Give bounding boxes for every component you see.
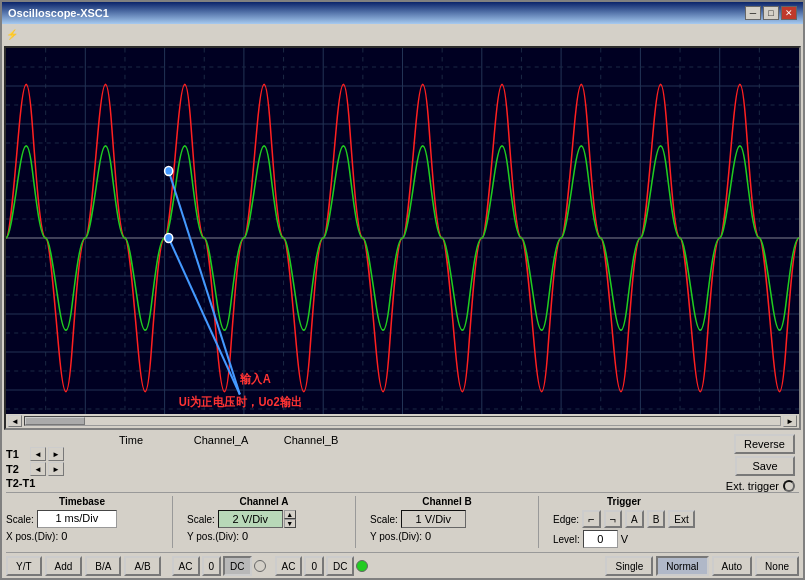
chb-ypos-value: 0 [425, 530, 431, 542]
oscilloscope-window: Oscilloscope-XSC1 ─ □ ✕ ⚡ [0, 0, 805, 580]
cha-ypos-label: Y pos.(Div): [187, 531, 239, 542]
t2t1-label: T2-T1 [6, 477, 86, 489]
cha-coupling-indicator [254, 560, 266, 572]
cha-dc-btn[interactable]: DC [223, 556, 251, 576]
toolbar-icon: ⚡ [6, 29, 18, 40]
channel-b-section: Channel B Scale: 1 V/Div Y pos.(Div): 0 [362, 496, 532, 542]
xpos-value: 0 [61, 530, 67, 542]
scrollbar-track [24, 416, 781, 426]
chb-ac-btn[interactable]: AC [275, 556, 303, 576]
ba-button[interactable]: B/A [85, 556, 121, 576]
bottom-controls-bar: Y/T Add B/A A/B AC 0 DC AC 0 DC Single N… [6, 552, 799, 576]
cha-ypos-value: 0 [242, 530, 248, 542]
yt-button[interactable]: Y/T [6, 556, 42, 576]
level-input[interactable] [583, 530, 618, 548]
timebase-scale-row: Scale: 1 ms/Div [6, 510, 158, 528]
channel-a-label: Channel A [187, 496, 341, 507]
timebase-scale-value[interactable]: 1 ms/Div [37, 510, 117, 528]
right-buttons-panel: Reverse Save Ext. trigger [726, 434, 795, 492]
cha-ypos-row: Y pos.(Div): 0 [187, 530, 341, 542]
maximize-button[interactable]: □ [763, 6, 779, 20]
t1-row: T1 ◄ ► [6, 447, 799, 461]
trigger-b-btn[interactable]: B [647, 510, 666, 528]
cha-scale-row: Scale: 2 V/Div ▲ ▼ [187, 510, 341, 528]
t1-left-btn[interactable]: ◄ [30, 447, 46, 461]
window-title: Oscilloscope-XSC1 [8, 7, 109, 19]
t1-label: T1 [6, 448, 28, 460]
hscrollbar: ◄ ► [6, 414, 799, 428]
svg-text:Ui为正电压时，Uo2输出: Ui为正电压时，Uo2输出 [179, 394, 303, 408]
auto-button[interactable]: Auto [712, 556, 753, 576]
svg-text:输入A: 输入A [239, 372, 271, 386]
timebase-label: Timebase [6, 496, 158, 507]
chb-scale-value[interactable]: 1 V/Div [401, 510, 466, 528]
controls-panel: Time Channel_A Channel_B T1 ◄ ► T2 ◄ ► T… [2, 432, 803, 578]
chb-dc-btn[interactable]: DC [326, 556, 354, 576]
trigger-section: Trigger Edge: ⌐ ¬ A B Ext Level: V [545, 496, 703, 548]
normal-button[interactable]: Normal [656, 556, 708, 576]
scope-svg: 输入A Ui为正电压时，Uo2输出 [6, 48, 799, 428]
t1-right-btn[interactable]: ► [48, 447, 64, 461]
v-label: V [621, 533, 628, 545]
cha-zero-btn[interactable]: 0 [202, 556, 222, 576]
ext-trigger-row: Ext. trigger [726, 480, 795, 492]
timebase-xpos-row: X pos.(Div): 0 [6, 530, 158, 542]
chb-coupling-group: AC 0 DC [275, 556, 369, 576]
edge-falling-btn[interactable]: ¬ [604, 510, 622, 528]
ab-button[interactable]: A/B [124, 556, 160, 576]
channel-a-col-header: Channel_A [176, 434, 266, 446]
chb-scale-row: Scale: 1 V/Div [370, 510, 524, 528]
xpos-label: X pos.(Div): [6, 531, 58, 542]
trigger-level-row: Level: V [553, 530, 695, 548]
cha-scale-spinner: ▲ ▼ [284, 510, 296, 528]
edge-rising-btn[interactable]: ⌐ [582, 510, 600, 528]
cha-scale-value: 2 V/Div [218, 510, 283, 528]
svg-point-42 [165, 234, 173, 243]
cha-ac-btn[interactable]: AC [172, 556, 200, 576]
trigger-ext-btn[interactable]: Ext [668, 510, 694, 528]
chb-zero-btn[interactable]: 0 [304, 556, 324, 576]
add-button[interactable]: Add [45, 556, 83, 576]
t2t1-row: T2-T1 [6, 477, 799, 489]
scope-canvas: 输入A Ui为正电压时，Uo2输出 [6, 48, 799, 428]
t-header-row: Time Channel_A Channel_B [6, 434, 799, 446]
cha-scale-label: Scale: [187, 514, 215, 525]
titlebar: Oscilloscope-XSC1 ─ □ ✕ [2, 2, 803, 24]
svg-point-41 [165, 166, 173, 175]
timebase-scale-label: Scale: [6, 514, 34, 525]
single-button[interactable]: Single [605, 556, 653, 576]
scroll-left-button[interactable]: ◄ [8, 415, 22, 427]
scrollbar-thumb[interactable] [25, 417, 85, 425]
ext-trigger-label: Ext. trigger [726, 480, 779, 492]
trigger-edge-row: Edge: ⌐ ¬ A B Ext [553, 510, 695, 528]
divider-3 [538, 496, 539, 548]
t2-right-btn[interactable]: ► [48, 462, 64, 476]
save-button[interactable]: Save [735, 456, 795, 476]
chb-coupling-indicator [356, 560, 368, 572]
none-button[interactable]: None [755, 556, 799, 576]
close-button[interactable]: ✕ [781, 6, 797, 20]
reverse-button[interactable]: Reverse [734, 434, 795, 454]
t-spacer [6, 434, 86, 446]
cha-scale-up-btn[interactable]: ▲ [284, 510, 296, 519]
channel-a-section: Channel A Scale: 2 V/Div ▲ ▼ Y pos.(Div)… [179, 496, 349, 542]
cha-scale-down-btn[interactable]: ▼ [284, 519, 296, 528]
level-label: Level: [553, 534, 580, 545]
ext-trigger-radio[interactable] [783, 480, 795, 492]
chb-ypos-row: Y pos.(Div): 0 [370, 530, 524, 542]
trigger-a-btn[interactable]: A [625, 510, 644, 528]
chb-scale-label: Scale: [370, 514, 398, 525]
cha-coupling-group: AC 0 DC [172, 556, 266, 576]
t2-label: T2 [6, 463, 28, 475]
t2-left-btn[interactable]: ◄ [30, 462, 46, 476]
scale-sections-row: Timebase Scale: 1 ms/Div X pos.(Div): 0 … [6, 492, 799, 548]
trigger-label: Trigger [553, 496, 695, 507]
timebase-section: Timebase Scale: 1 ms/Div X pos.(Div): 0 [6, 496, 166, 542]
minimize-button[interactable]: ─ [745, 6, 761, 20]
time-col-header: Time [86, 434, 176, 446]
scope-display: 输入A Ui为正电压时，Uo2输出 ◄ ► [4, 46, 801, 430]
channel-b-label: Channel B [370, 496, 524, 507]
t2-row: T2 ◄ ► [6, 462, 799, 476]
chb-ypos-label: Y pos.(Div): [370, 531, 422, 542]
scroll-right-button[interactable]: ► [783, 415, 797, 427]
